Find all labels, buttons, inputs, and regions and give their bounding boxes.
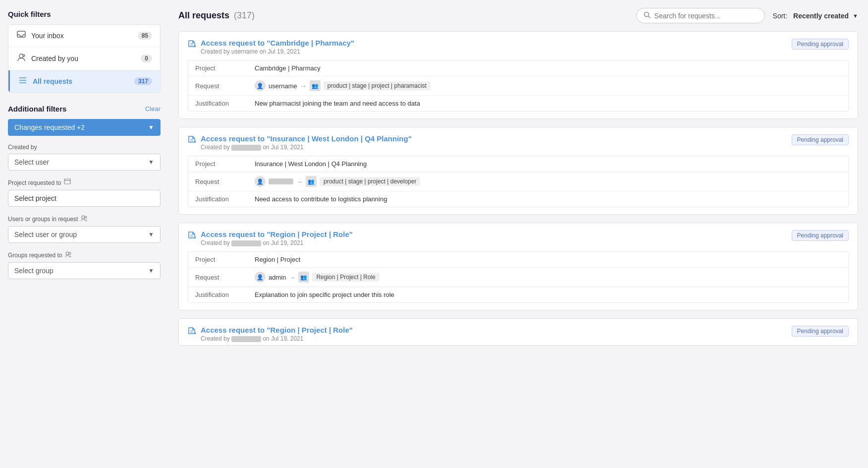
created-by-section: Created by Select user ▼: [8, 144, 161, 171]
blurred-username: [231, 240, 261, 246]
card-header: Access request to "Region | Project | Ro…: [179, 319, 858, 345]
card-title-link[interactable]: Access request to "Region | Project | Ro…: [201, 230, 353, 238]
card-subtitle: Created by username on Jul 19, 2021: [201, 48, 354, 55]
card-title-link[interactable]: Access request to "Insurance | West Lond…: [201, 134, 412, 143]
clear-link[interactable]: Clear: [145, 105, 161, 113]
select-user-placeholder: Select user: [14, 158, 49, 166]
table-row: Request 👤 admin → 👥 Region | Project | R…: [188, 268, 848, 287]
request-card: Access request to "Region | Project | Ro…: [178, 223, 858, 310]
user-icon: 👤: [255, 176, 266, 187]
all-requests-label: All requests: [33, 77, 129, 85]
svg-point-8: [82, 216, 85, 219]
request-icon: [188, 327, 197, 337]
card-title-text: Access request to "Cambridge | Pharmacy"…: [201, 39, 354, 55]
project-requested-section: Project requested to Select project: [8, 178, 161, 207]
request-card: Access request to "Cambridge | Pharmacy"…: [178, 31, 858, 119]
inbox-icon: [16, 31, 26, 41]
search-box[interactable]: [636, 8, 765, 23]
project-value: Region | Project: [255, 256, 300, 263]
blurred-username: [231, 336, 261, 342]
sort-control[interactable]: Sort: Recently created ▼: [773, 12, 858, 20]
blurred-username: [231, 145, 261, 151]
request-label: Request: [195, 274, 255, 281]
changes-requested-label: Changes requested +2: [14, 123, 85, 131]
request-value: 👤 admin → 👥 Region | Project | Role: [255, 272, 380, 283]
request-value: 👤 → 👥 product | stage | project | develo…: [255, 176, 420, 187]
select-group-dropdown[interactable]: Select group ▼: [8, 262, 161, 279]
justification-value: New pharmacist joining the team and need…: [255, 100, 420, 107]
groups-requested-label: Groups requested to: [8, 251, 161, 259]
request-icon: [188, 40, 197, 50]
project-label: Project: [195, 64, 255, 72]
card-header: Access request to "Region | Project | Ro…: [179, 223, 858, 249]
groups-icon: [65, 251, 72, 259]
card-subtitle: Created by on Jul 19, 2021: [201, 144, 412, 151]
request-label: Request: [195, 82, 255, 90]
sidebar-item-inbox[interactable]: Your inbox 85: [8, 25, 160, 47]
request-icon: [188, 231, 197, 241]
select-project-input[interactable]: Select project: [8, 190, 161, 207]
request-card: Access request to "Insurance | West Lond…: [178, 127, 858, 215]
card-subtitle: Created by on Jul 19, 2021: [201, 239, 353, 246]
group-icon: 👥: [310, 80, 321, 91]
groups-requested-section: Groups requested to Select group ▼: [8, 251, 161, 279]
select-project-placeholder: Select project: [14, 194, 56, 202]
card-subtitle: Created by on Jul 19, 2021: [201, 335, 353, 342]
select-user-group-placeholder: Select user or group: [14, 231, 77, 238]
justification-label: Justification: [195, 195, 255, 203]
select-user-dropdown[interactable]: Select user ▼: [8, 154, 161, 171]
role-tag: product | stage | project | developer: [320, 177, 420, 186]
arrow-icon: →: [296, 178, 303, 185]
card-title-text: Access request to "Insurance | West Lond…: [201, 134, 412, 151]
created-by-you-label: Created by you: [31, 55, 136, 62]
justification-label: Justification: [195, 291, 255, 298]
arrow-icon: →: [300, 82, 307, 90]
table-row: Project Cambridge | Pharmacy: [188, 60, 848, 76]
main-header: All requests (317) Sort: Recently create…: [178, 8, 858, 23]
svg-line-13: [648, 16, 650, 18]
card-header: Access request to "Insurance | West Lond…: [179, 127, 858, 154]
card-title-area: Access request to "Region | Project | Ro…: [188, 230, 353, 246]
svg-point-11: [69, 252, 71, 254]
users-groups-label: Users or groups in request: [8, 215, 161, 223]
card-body: Project Insurance | West London | Q4 Pla…: [188, 156, 849, 207]
quick-filters-title: Quick filters: [8, 10, 161, 18]
status-badge: Pending approval: [792, 134, 849, 145]
role-tag: Region | Project | Role: [312, 273, 380, 282]
sidebar-item-created-by-you[interactable]: Created by you 0: [8, 47, 160, 70]
svg-point-9: [85, 216, 87, 218]
user-icon: 👤: [255, 80, 266, 91]
additional-filters-header: Additional filters Clear: [8, 105, 161, 113]
search-input[interactable]: [654, 12, 758, 20]
project-icon: [64, 178, 71, 187]
project-requested-label: Project requested to: [8, 178, 161, 187]
table-row: Project Insurance | West London | Q4 Pla…: [188, 156, 848, 172]
card-title-area: Access request to "Insurance | West Lond…: [188, 134, 412, 151]
role-tag: product | stage | project | pharamacist: [324, 81, 431, 90]
all-requests-icon: [18, 76, 28, 86]
request-icon: [188, 135, 197, 145]
select-user-group-dropdown[interactable]: Select user or group ▼: [8, 226, 161, 243]
header-controls: Sort: Recently created ▼: [636, 8, 858, 23]
card-title-link[interactable]: Access request to "Cambridge | Pharmacy": [201, 39, 354, 47]
card-title-link[interactable]: Access request to "Region | Project | Ro…: [201, 326, 353, 334]
arrow-icon: →: [289, 274, 295, 281]
table-row: Justification New pharmacist joining the…: [188, 96, 848, 111]
main-content: All requests (317) Sort: Recently create…: [168, 0, 868, 468]
select-user-chevron: ▼: [148, 159, 154, 166]
justification-value: Explanation to join specific project und…: [255, 291, 394, 298]
project-value: Insurance | West London | Q4 Planning: [255, 160, 367, 168]
status-badge: Pending approval: [792, 39, 849, 50]
card-header: Access request to "Cambridge | Pharmacy"…: [179, 32, 858, 58]
all-requests-badge: 317: [134, 77, 152, 85]
sidebar-item-all-requests[interactable]: All requests 317: [8, 70, 160, 92]
changes-requested-dropdown[interactable]: Changes requested +2 ▼: [8, 119, 161, 136]
changes-requested-chevron: ▼: [148, 124, 154, 131]
project-label: Project: [195, 256, 255, 263]
group-icon: 👥: [306, 176, 317, 187]
additional-filters-title: Additional filters: [8, 105, 66, 113]
table-row: Project Region | Project: [188, 252, 848, 268]
select-user-group-chevron: ▼: [148, 231, 154, 238]
card-title-area: Access request to "Cambridge | Pharmacy"…: [188, 39, 354, 55]
status-badge: Pending approval: [792, 230, 849, 241]
